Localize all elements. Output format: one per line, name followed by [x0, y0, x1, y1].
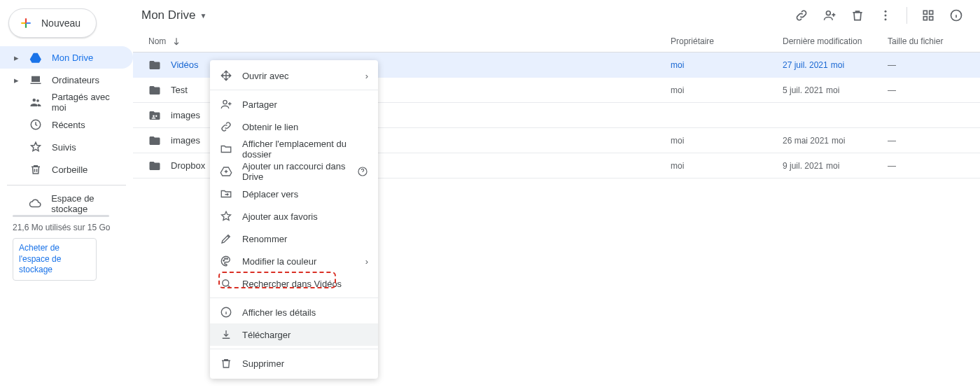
size-cell: — [888, 85, 972, 95]
new-button[interactable]: Nouveau [8, 8, 97, 38]
link-icon [220, 120, 232, 133]
owner-cell: moi [671, 85, 783, 95]
cm-search-in[interactable]: Rechercher dans Vidéos [210, 272, 378, 295]
download-icon [220, 328, 232, 341]
cm-open-with[interactable]: Ouvrir avec › [210, 64, 378, 87]
folder-icon [148, 160, 161, 172]
search-icon [220, 277, 232, 290]
cm-label: Renommer [242, 234, 287, 244]
context-menu: Ouvrir avec › Partager Obtenir le lien A… [210, 60, 378, 379]
more-icon[interactable] [878, 8, 892, 22]
cm-label: Supprimer [242, 358, 284, 369]
table-header: Nom Propriétaire Dernière modification T… [133, 31, 980, 52]
cm-add-shortcut[interactable]: Ajouter un raccourci dans Drive [210, 160, 378, 183]
svg-rect-7 [923, 10, 927, 14]
file-name: images [171, 135, 200, 146]
cm-share[interactable]: Partager [210, 93, 378, 115]
svg-point-17 [225, 258, 226, 260]
nav-shared[interactable]: ▸ Partagés avec moi [0, 91, 133, 113]
cm-label: Ajouter un raccourci dans Drive [242, 161, 347, 182]
info-icon[interactable] [949, 8, 963, 22]
svg-rect-10 [930, 17, 933, 20]
trash-icon [220, 357, 232, 370]
cm-rename[interactable]: Renommer [210, 227, 378, 250]
people-icon [29, 96, 42, 108]
nav-trash[interactable]: ▸ Corbeille [0, 158, 133, 181]
cm-label: Ajouter aux favoris [242, 211, 318, 222]
trash-icon[interactable] [850, 8, 864, 22]
svg-point-0 [32, 99, 36, 102]
move-icon [220, 69, 232, 82]
svg-point-4 [885, 10, 887, 13]
cloud-icon [29, 197, 41, 210]
chevron-right-icon: › [365, 256, 368, 267]
sort-arrow-icon[interactable] [172, 36, 181, 46]
nav-recent[interactable]: ▸ Récents [0, 113, 133, 136]
cm-label: Afficher les détails [242, 307, 316, 318]
cm-delete[interactable]: Supprimer [210, 352, 378, 374]
modified-cell: 27 juil. 2021moi [783, 60, 888, 70]
drive-icon [29, 51, 42, 64]
modified-cell: 26 mai 2021moi [783, 136, 888, 146]
svg-point-3 [826, 11, 830, 15]
caret-right-icon: ▸ [14, 52, 20, 63]
svg-point-12 [153, 115, 155, 117]
pencil-icon [220, 232, 232, 245]
nav-storage[interactable]: ▸ Espace de stockage [0, 192, 133, 215]
separator [210, 298, 378, 298]
get-link-icon[interactable] [794, 8, 808, 22]
col-size-label[interactable]: Taille du fichier [888, 36, 972, 46]
nav-starred[interactable]: ▸ Suivis [0, 136, 133, 158]
cm-label: Modifier la couleur [242, 256, 316, 267]
computer-icon [29, 74, 42, 86]
size-cell: — [888, 60, 972, 70]
cm-label: Partager [242, 99, 277, 110]
svg-point-14 [223, 100, 227, 104]
cm-label: Obtenir le lien [242, 122, 298, 132]
grid-view-icon[interactable] [921, 8, 935, 22]
breadcrumb[interactable]: Mon Drive ▼ [141, 8, 206, 22]
cm-details[interactable]: Afficher les détails [210, 301, 378, 323]
cm-color[interactable]: Modifier la couleur › [210, 250, 378, 272]
nav-label: Récents [52, 120, 85, 130]
folder-icon [148, 134, 161, 147]
cm-move-to[interactable]: Déplacer vers [210, 183, 378, 205]
col-owner-label[interactable]: Propriétaire [671, 36, 783, 46]
folder-icon [148, 84, 161, 97]
folder-icon [148, 59, 161, 71]
new-button-label: Nouveau [41, 18, 80, 29]
owner-cell: moi [671, 136, 783, 146]
cm-download[interactable]: Télécharger [210, 323, 378, 346]
nav-computers[interactable]: ▸ Ordinateurs [0, 69, 133, 91]
svg-point-1 [36, 99, 39, 102]
nav-my-drive[interactable]: ▸ Mon Drive [0, 46, 133, 69]
owner-cell: moi [671, 161, 783, 171]
add-user-icon[interactable] [822, 8, 836, 22]
cm-show-location[interactable]: Afficher l'emplacement du dossier [210, 138, 378, 160]
add-user-icon [220, 98, 232, 111]
size-cell: — [888, 161, 972, 171]
separator [210, 90, 378, 90]
svg-rect-8 [930, 10, 933, 14]
page-title: Mon Drive [141, 8, 195, 22]
clock-icon [29, 118, 42, 131]
separator [906, 7, 907, 24]
caret-right-icon: ▸ [14, 75, 20, 85]
col-name-label[interactable]: Nom [148, 36, 166, 46]
cm-label: Ouvrir avec [242, 71, 288, 81]
cm-label: Déplacer vers [242, 189, 298, 200]
nav-label: Suivis [52, 142, 76, 153]
star-icon [29, 141, 42, 153]
size-cell: — [888, 136, 972, 146]
buy-storage-button[interactable]: Acheter de l'espace de stockage [13, 238, 97, 281]
nav-label: Espace de stockage [51, 193, 125, 214]
svg-point-16 [223, 260, 225, 262]
cm-star[interactable]: Ajouter aux favoris [210, 205, 378, 227]
separator [7, 185, 126, 186]
star-icon [220, 210, 232, 223]
modified-cell: 9 juil. 2021moi [783, 161, 888, 171]
cm-get-link[interactable]: Obtenir le lien [210, 115, 378, 138]
col-modified-label[interactable]: Dernière modification [783, 36, 888, 46]
svg-point-13 [155, 115, 157, 116]
svg-point-18 [227, 258, 228, 260]
